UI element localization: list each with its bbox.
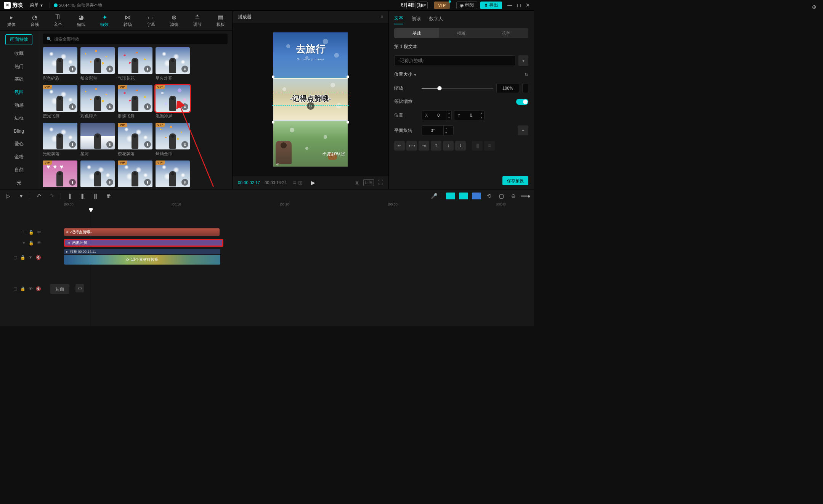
align-bottom[interactable]: ⤓ — [455, 141, 466, 151]
player-canvas[interactable]: 去旅行 Go on a journey -记得点赞哦- 个真好时光 ◎ ↻ — [233, 23, 388, 176]
split-right-tool[interactable]: ]‖ — [91, 192, 100, 200]
maximize-button[interactable]: ◻ — [517, 2, 521, 8]
sync-icon[interactable]: ↻ — [307, 102, 314, 110]
lock-icon[interactable]: 🔒 — [20, 255, 26, 260]
lock-icon[interactable]: 🔒 — [29, 241, 34, 246]
cat-light[interactable]: 光 — [0, 176, 38, 189]
download-icon[interactable]: ⬇ — [69, 66, 76, 72]
prop-tab-text[interactable]: 文本 — [394, 15, 403, 24]
download-icon[interactable]: ⬇ — [106, 103, 113, 110]
video-clip[interactable]: ⟳13个素材待替换 — [64, 255, 220, 265]
grid-icon[interactable]: ⊞ — [298, 180, 303, 186]
tab-filter[interactable]: ⊗滤镜 — [162, 11, 186, 30]
effect-item[interactable]: ⬇光斑飘落 — [43, 123, 77, 157]
player-menu-icon[interactable]: ≡ — [380, 14, 383, 19]
rotation-input[interactable]: 0°▲▼ — [422, 125, 454, 135]
safe-area-icon[interactable]: ▣ — [355, 179, 359, 186]
effect-item[interactable]: VIP⬇ — [43, 161, 77, 187]
search-effects-input[interactable]: 🔍 搜索全部特效 — [43, 34, 228, 44]
download-icon[interactable]: ⬇ — [69, 141, 76, 148]
pointer-tool[interactable]: ▷ — [4, 192, 12, 200]
download-icon[interactable]: ⬇ — [144, 66, 151, 72]
text-content-input[interactable]: -记得点赞哦- — [394, 55, 515, 66]
lock-icon[interactable]: 🔒 — [29, 230, 34, 235]
effect-item[interactable]: ⬇灿金彩带 — [80, 47, 115, 81]
download-icon[interactable]: ⬇ — [144, 103, 151, 110]
subtab-template[interactable]: 模板 — [439, 28, 483, 38]
effect-item[interactable]: VIP⬇ — [156, 161, 190, 187]
list-icon[interactable]: ≡ — [293, 180, 296, 186]
effect-item[interactable]: VIP⬇灿灿金币 — [156, 123, 190, 157]
subtab-basic[interactable]: 基础 — [394, 28, 439, 38]
effect-item[interactable]: ⬇彩色碎彩 — [43, 47, 77, 81]
mute-icon[interactable]: 🔇 — [36, 286, 41, 291]
mic-icon[interactable]: 🎤 — [430, 192, 438, 200]
tool-menu[interactable]: ▾ — [17, 192, 25, 200]
cat-nature[interactable]: 自然 — [0, 163, 38, 176]
download-icon[interactable]: ⬇ — [181, 179, 188, 186]
selection-handle[interactable] — [347, 121, 349, 124]
effect-item[interactable]: VIP⬇萤光飞舞 — [43, 85, 77, 119]
download-icon[interactable]: ⬇ — [106, 179, 113, 186]
preview-icon[interactable]: ▢ — [497, 192, 505, 200]
effect-item[interactable]: ⬇气球花花 — [118, 47, 152, 81]
lock-icon[interactable]: 🔒 — [20, 286, 26, 291]
tab-effects[interactable]: ✦特效 — [93, 11, 116, 30]
align-center-h[interactable]: ⟷ — [406, 141, 417, 151]
equal-scale-toggle[interactable] — [516, 99, 528, 105]
align-center-v[interactable]: ↕ — [443, 141, 454, 151]
effect-item[interactable]: ⬇ — [80, 161, 115, 187]
cat-heart[interactable]: 爱心 — [0, 138, 38, 151]
playhead[interactable] — [91, 211, 91, 326]
cat-favorites[interactable]: 收藏 — [0, 47, 38, 60]
project-title[interactable]: 6月4日 (1) — [401, 2, 422, 8]
split-left-tool[interactable]: ‖[ — [79, 192, 87, 200]
download-icon[interactable]: ⬇ — [69, 179, 76, 186]
align-right[interactable]: ⇥ — [419, 141, 429, 151]
mute-icon[interactable]: 🔇 — [36, 255, 41, 260]
scale-value[interactable]: 100% — [496, 83, 519, 93]
subtab-style[interactable]: 花字 — [484, 28, 528, 38]
download-icon[interactable]: ⬇ — [181, 141, 188, 148]
minimize-button[interactable]: — — [507, 2, 512, 8]
position-x-input[interactable]: X0▲▼ — [422, 110, 452, 120]
cat-dynamic[interactable]: 动感 — [0, 99, 38, 112]
eye-icon[interactable]: 👁 — [37, 241, 41, 245]
link-icon[interactable]: ⟲ — [485, 192, 493, 200]
vip-button[interactable]: VIP — [434, 2, 450, 9]
eye-icon[interactable]: 👁 — [29, 286, 33, 291]
download-icon[interactable]: ⬇ — [106, 141, 113, 148]
align-left[interactable]: ⇤ — [394, 141, 405, 151]
save-preset-button[interactable]: 保存预设 — [502, 176, 528, 185]
add-frame-button[interactable]: ▭ — [75, 284, 84, 292]
eye-icon[interactable]: 👁 — [29, 255, 33, 260]
snap-toggle-3[interactable] — [472, 193, 481, 199]
effect-item[interactable]: VIP⬇ — [118, 161, 152, 187]
scale-slider[interactable] — [422, 88, 493, 89]
effect-item[interactable]: ⬇星河 — [80, 123, 115, 157]
download-icon[interactable]: ⬇ — [69, 103, 76, 110]
fullscreen-icon[interactable]: ⛶ — [378, 179, 383, 186]
eye-icon[interactable]: 👁 — [37, 230, 41, 234]
review-button[interactable]: ◉ 审阅 — [456, 2, 477, 9]
tab-transition[interactable]: ⋈转场 — [116, 11, 140, 30]
rotation-reset-icon[interactable]: − — [518, 125, 528, 135]
effect-item[interactable]: VIP⬇樱花飘落 — [118, 123, 152, 157]
effect-item[interactable]: ⬇星火炸开 — [156, 47, 190, 81]
download-icon[interactable]: ⬇ — [144, 179, 151, 186]
position-y-input[interactable]: Y0▲▼ — [454, 110, 484, 120]
selection-handle[interactable] — [347, 75, 349, 78]
download-icon[interactable]: ⬇ — [106, 66, 113, 72]
cat-goldpowder[interactable]: 金粉 — [0, 151, 38, 164]
align-top[interactable]: ⤒ — [431, 141, 441, 151]
tab-media[interactable]: ▸媒体 — [0, 11, 23, 30]
download-icon[interactable]: ⬇ — [181, 66, 188, 72]
cat-border[interactable]: 边框 — [0, 112, 38, 125]
category-visual-effects[interactable]: 画面特效 — [5, 34, 32, 45]
tab-audio[interactable]: ◔音频 — [23, 11, 47, 30]
effect-item[interactable]: ⬇彩色碎片 — [80, 85, 115, 119]
zoom-slider[interactable]: ━━● — [521, 192, 530, 200]
scale-stepper[interactable] — [522, 83, 528, 93]
prop-tab-avatar[interactable]: 数字人 — [429, 16, 443, 24]
effect-clip[interactable]: ✦泡泡冲屏 — [64, 239, 223, 247]
